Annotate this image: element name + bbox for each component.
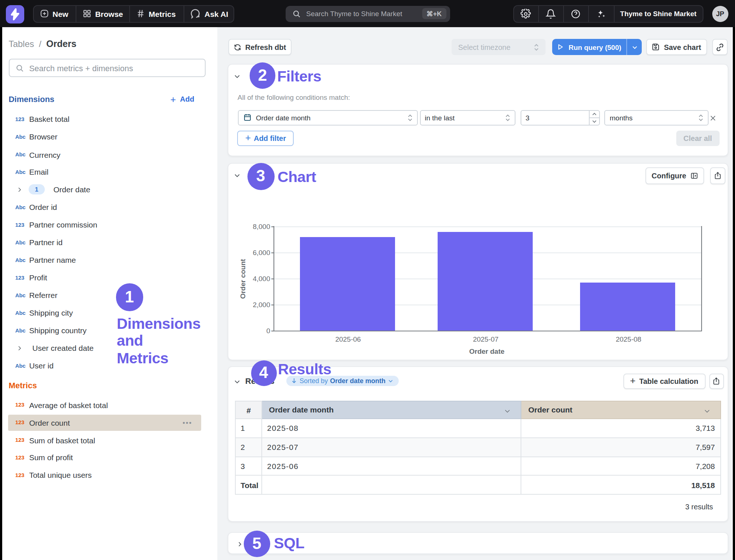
svg-text:0: 0	[266, 327, 270, 335]
svg-text:2025-07: 2025-07	[473, 335, 499, 343]
svg-text:2025-08: 2025-08	[616, 335, 641, 343]
svg-text:2025-06: 2025-06	[335, 335, 361, 343]
svg-text:4,000: 4,000	[253, 275, 270, 283]
svg-text:2,000: 2,000	[253, 301, 270, 309]
svg-text:Order count: Order count	[239, 259, 247, 299]
svg-text:Order date: Order date	[469, 348, 504, 355]
svg-text:6,000: 6,000	[253, 249, 270, 257]
svg-text:8,000: 8,000	[253, 223, 270, 230]
